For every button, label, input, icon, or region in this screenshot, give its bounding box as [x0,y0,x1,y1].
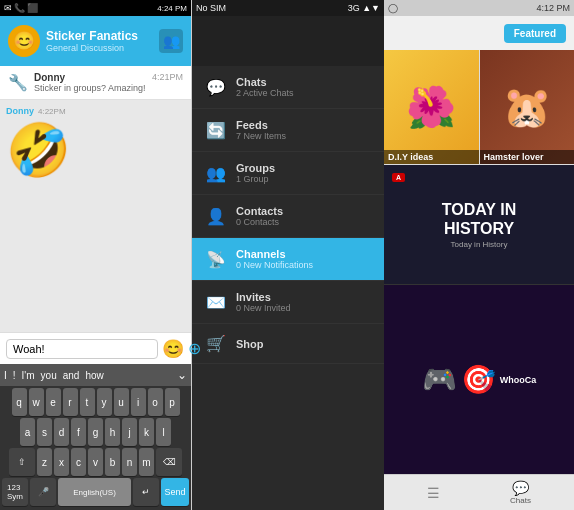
menu-item-shop[interactable]: 🛒 Shop [192,324,384,364]
key-t[interactable]: t [80,388,95,416]
suggestion-3[interactable]: I'm [22,370,35,381]
menu-item-content-channels: Channels 0 New Notifications [236,248,313,270]
diy-label: D.I.Y ideas [384,150,479,164]
key-e[interactable]: e [46,388,61,416]
suggestion-6[interactable]: how [85,370,103,381]
key-mic[interactable]: 🎤 [30,478,56,506]
key-w[interactable]: w [29,388,44,416]
key-send[interactable]: Send [161,478,189,506]
menu-item-invites[interactable]: ✉️ Invites 0 New Invited [192,281,384,324]
key-o[interactable]: o [148,388,163,416]
game-icon-2: 🎯 [461,363,496,396]
featured-row-1: 🌺 D.I.Y ideas 🐹 Hamster lover [384,50,574,165]
bbm-icon: ⬛ [27,3,38,13]
featured-item-games[interactable]: 🎮 🎯 WhooCa [384,285,574,474]
emoji-button[interactable]: 😊 [162,338,184,360]
key-backspace[interactable]: ⌫ [156,448,182,476]
chat-input[interactable] [6,339,158,359]
menu-icon[interactable]: ☰ [427,485,440,501]
chat-bottom-icon[interactable]: 💬 Chats [510,480,531,505]
chats-sublabel: 2 Active Chats [236,88,294,98]
suggestion-4[interactable]: you [41,370,57,381]
menu-item-groups[interactable]: 👥 Groups 1 Group [192,152,384,195]
menu-status-left: No SIM [196,3,226,13]
key-l[interactable]: l [156,418,171,446]
keyboard-chevron-icon[interactable]: ⌄ [177,368,187,382]
suggestion-5[interactable]: and [63,370,80,381]
notification-bar: 🔧 Donny 4:21PM Sticker in groups? Amazin… [0,66,191,100]
featured-header: Featured [384,16,574,50]
contacts-label: Contacts [236,205,283,217]
feeds-sublabel: 7 New Items [236,131,286,141]
key-shift[interactable]: ⇧ [9,448,35,476]
menu-item-channels[interactable]: 📡 Channels 0 New Notifications [192,238,384,281]
key-r[interactable]: r [63,388,78,416]
key-q[interactable]: q [12,388,27,416]
shop-icon: 🛒 [206,334,226,353]
status-bar-chat: ✉ 📞 ⬛ 4:24 PM [0,0,191,16]
group-icon[interactable]: 👥 [159,29,183,53]
key-y[interactable]: y [97,388,112,416]
notif-content: Donny 4:21PM Sticker in groups? Amazing! [34,72,183,93]
chats-icon: 💬 [206,78,226,97]
key-a[interactable]: a [20,418,35,446]
key-p[interactable]: p [165,388,180,416]
chat-input-area: 😊 ⊕ [0,332,191,364]
key-j[interactable]: j [122,418,137,446]
featured-button[interactable]: Featured [504,24,566,43]
diy-bg: 🌺 [384,50,479,164]
msg-time: 4:22PM [38,107,66,116]
menu-status-bar: No SIM 3G ▲▼ [192,0,384,16]
key-u[interactable]: u [114,388,129,416]
keyboard-rows: q w e r t y u i o p a s d f g h j k l [0,386,191,510]
featured-item-history[interactable]: A TODAY INHISTORY Today in History [384,165,574,285]
key-s[interactable]: s [37,418,52,446]
history-a-icon: A [392,173,405,182]
featured-item-diy[interactable]: 🌺 D.I.Y ideas [384,50,480,164]
history-subtitle: Today in History [451,240,508,249]
key-d[interactable]: d [54,418,69,446]
suggestion-2[interactable]: ! [13,370,16,381]
menu-header [192,16,384,66]
menu-item-feeds[interactable]: 🔄 Feeds 7 New Items [192,109,384,152]
key-v[interactable]: v [88,448,103,476]
featured-item-hamster[interactable]: 🐹 Hamster lover [480,50,575,164]
msg-sender: Donny [6,106,34,116]
status-bar-right: 4:24 PM [157,4,187,13]
key-g[interactable]: g [88,418,103,446]
add-button[interactable]: ⊕ [188,339,201,358]
feeds-icon: 🔄 [206,121,226,140]
key-c[interactable]: c [71,448,86,476]
suggestion-1[interactable]: I [4,370,7,381]
key-h[interactable]: h [105,418,120,446]
key-i[interactable]: i [131,388,146,416]
key-space[interactable]: English(US) [58,478,131,506]
menu-item-chats[interactable]: 💬 Chats 2 Active Chats [192,66,384,109]
menu-item-contacts[interactable]: 👤 Contacts 0 Contacts [192,195,384,238]
menu-list: 💬 Chats 2 Active Chats 🔄 Feeds 7 New Ite… [192,66,384,510]
hamster-label: Hamster lover [480,150,575,164]
key-f[interactable]: f [71,418,86,446]
chat-header-left: 😊 Sticker Fanatics General Discussion [8,25,138,57]
key-x[interactable]: x [54,448,69,476]
keyboard-row-1: q w e r t y u i o p [2,388,189,416]
key-n[interactable]: n [122,448,137,476]
key-enter[interactable]: ↵ [133,478,159,506]
invites-sublabel: 0 New Invited [236,303,291,313]
contacts-sublabel: 0 Contacts [236,217,283,227]
chat-body: Donny 4:22PM 🤣 [0,100,191,332]
menu-item-content-feeds: Feeds 7 New Items [236,119,286,141]
chat-header: 😊 Sticker Fanatics General Discussion 👥 [0,16,191,66]
key-k[interactable]: k [139,418,154,446]
chat-icon: 💬 [512,480,529,496]
key-z[interactable]: z [37,448,52,476]
chat-subtitle: General Discussion [46,43,138,53]
time-display: 4:24 PM [157,4,187,13]
history-title: TODAY INHISTORY [442,200,516,238]
message-bubble: Donny 4:22PM 🤣 [6,106,71,181]
key-123[interactable]: 123Sym [2,478,28,506]
sticker-emoji: 🤣 [6,120,71,181]
keyboard-row-2: a s d f g h j k l [2,418,189,446]
key-b[interactable]: b [105,448,120,476]
key-m[interactable]: m [139,448,154,476]
